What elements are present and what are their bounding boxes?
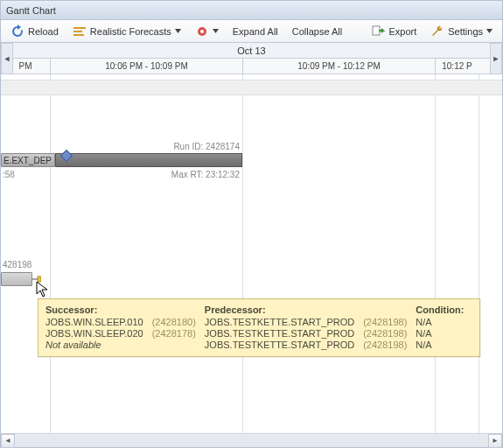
succ-name: JOBS.WIN.SLEEP.010 bbox=[45, 317, 152, 328]
succ-id bbox=[152, 340, 205, 351]
window-titlebar: Gantt Chart bbox=[1, 1, 502, 20]
timeline-col-1-label: 10:06 PM - 10:09 PM bbox=[105, 61, 188, 71]
svg-rect-2 bbox=[73, 34, 84, 36]
connector-icon bbox=[32, 276, 41, 283]
cond: N/A bbox=[416, 317, 472, 328]
chevron-down-icon bbox=[175, 28, 181, 34]
timeline-col-3: 10:12 P bbox=[435, 59, 479, 74]
gantt-bar-ext-dep[interactable]: E.EXT_DEP bbox=[1, 153, 55, 167]
forecasts-label: Realistic Forecasts bbox=[90, 26, 171, 37]
reload-label: Reload bbox=[28, 26, 59, 37]
scroll-left-button[interactable]: ◄ bbox=[1, 434, 15, 448]
forecasts-button[interactable]: Realistic Forecasts bbox=[66, 22, 187, 41]
tooltip-row: JOBS.WIN.SLEEP.010 (2428180) JOBS.TESTKE… bbox=[45, 317, 472, 328]
horizontal-scrollbar[interactable]: ◄ ► bbox=[1, 433, 502, 447]
chevron-down-icon bbox=[213, 28, 219, 34]
gear-red-icon bbox=[195, 24, 209, 38]
time-label-a: :58 bbox=[3, 170, 15, 179]
pred-id: (2428198) bbox=[363, 317, 416, 328]
pred-id: (2428198) bbox=[363, 328, 416, 340]
max-rt-label: Max RT: 23:12:32 bbox=[171, 170, 240, 179]
collapse-all-button[interactable]: Collapse All bbox=[286, 24, 348, 39]
timeline-scroll-left[interactable]: ◄ bbox=[1, 43, 13, 74]
window-title: Gantt Chart bbox=[6, 5, 56, 16]
timeline-times-row: PM 10:06 PM - 10:09 PM 10:09 PM - 10:12 … bbox=[1, 59, 502, 74]
reload-icon bbox=[10, 24, 24, 38]
cond: N/A bbox=[416, 328, 472, 340]
svg-rect-7 bbox=[38, 276, 41, 282]
gantt-window: Gantt Chart Reload Realistic Forecasts E… bbox=[0, 0, 503, 448]
succ-id: (2428180) bbox=[152, 317, 205, 328]
svg-rect-1 bbox=[73, 31, 82, 32]
settings-label: Settings bbox=[448, 26, 483, 37]
mouse-cursor-icon bbox=[36, 281, 50, 298]
timeline-date: Oct 13 bbox=[237, 46, 265, 56]
options-button[interactable] bbox=[189, 22, 225, 41]
tooltip-header-predecessor: Predecessor: bbox=[205, 304, 416, 317]
gantt-bar-small[interactable] bbox=[1, 272, 32, 286]
succ-id: (2428178) bbox=[152, 328, 205, 340]
dependency-tooltip: Successor: Predecessor: Condition: JOBS.… bbox=[38, 298, 480, 357]
pred-name: JOBS.TESTKETTE.START_PROD bbox=[205, 340, 363, 351]
export-label: Export bbox=[388, 26, 416, 37]
chevron-down-icon bbox=[486, 28, 493, 34]
svg-rect-5 bbox=[373, 26, 380, 35]
timeline-col-3-label: 10:12 P bbox=[442, 61, 472, 71]
tooltip-header-successor: Successor: bbox=[45, 304, 205, 317]
forecasts-icon bbox=[73, 24, 87, 38]
tooltip-row: JOBS.WIN.SLEEP.020 (2428178) JOBS.TESTKE… bbox=[45, 328, 472, 340]
scroll-right-button[interactable]: ► bbox=[488, 434, 502, 448]
scroll-track[interactable] bbox=[15, 435, 488, 447]
pred-name: JOBS.TESTKETTE.START_PROD bbox=[205, 317, 363, 328]
run-id-label: Run ID: 2428174 bbox=[173, 142, 240, 151]
timeline-col-2-label: 10:09 PM - 10:12 PM bbox=[297, 61, 381, 71]
settings-button[interactable]: Settings bbox=[424, 22, 499, 41]
gantt-bar-dark[interactable] bbox=[55, 153, 242, 167]
job-id-label: 428198 bbox=[3, 260, 31, 270]
gantt-bar-label: E.EXT_DEP bbox=[3, 156, 52, 165]
pred-name: JOBS.TESTKETTE.START_PROD bbox=[205, 328, 363, 340]
svg-point-4 bbox=[200, 30, 204, 33]
cond: N/A bbox=[416, 340, 472, 351]
expand-all-button[interactable]: Expand All bbox=[227, 24, 284, 39]
timeline-col-2: 10:09 PM - 10:12 PM bbox=[242, 59, 435, 74]
export-button[interactable]: Export bbox=[365, 22, 423, 41]
export-icon bbox=[371, 24, 385, 38]
timeline-date-row: Oct 13 bbox=[1, 43, 502, 59]
svg-rect-0 bbox=[73, 27, 86, 29]
pred-id: (2428198) bbox=[363, 340, 416, 351]
collapse-all-label: Collapse All bbox=[292, 26, 342, 37]
tooltip-header-condition: Condition: bbox=[416, 304, 472, 317]
toolbar: Reload Realistic Forecasts Expand All Co… bbox=[1, 20, 502, 43]
gantt-chart-area[interactable]: Run ID: 2428174 E.EXT_DEP :58 Max RT: 23… bbox=[1, 74, 502, 433]
reload-button[interactable]: Reload bbox=[4, 22, 65, 41]
timeline-col-0-label: PM bbox=[19, 61, 32, 71]
succ-name: Not available bbox=[45, 340, 152, 351]
wrench-icon bbox=[430, 24, 444, 38]
tooltip-row: Not available JOBS.TESTKETTE.START_PROD … bbox=[45, 340, 472, 351]
expand-all-label: Expand All bbox=[233, 26, 278, 37]
succ-name: JOBS.WIN.SLEEP.020 bbox=[45, 328, 152, 340]
timeline-col-1: 10:06 PM - 10:09 PM bbox=[50, 59, 242, 74]
tooltip-table: Successor: Predecessor: Condition: JOBS.… bbox=[45, 304, 472, 351]
timeline-scroll-right[interactable]: ► bbox=[490, 43, 502, 74]
